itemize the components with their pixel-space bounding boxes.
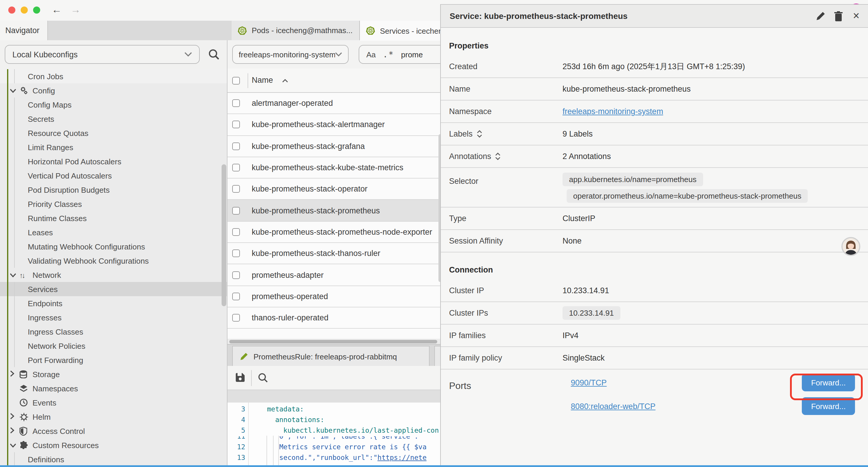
row-checkbox[interactable]: [232, 164, 240, 171]
kubeconfig-selector[interactable]: Local Kubeconfigs: [5, 45, 200, 64]
document-tab[interactable]: Pods - icecheng@mathmas...: [231, 21, 360, 40]
chevron-down-icon[interactable]: [9, 441, 17, 449]
labels-expander-icon[interactable]: [477, 130, 482, 138]
table-row[interactable]: kube-prometheus-stack-operator: [227, 178, 443, 200]
sidebar-item-secrets[interactable]: Secrets: [0, 112, 227, 126]
namespace-selector[interactable]: freeleaps-monitoring-system: [232, 45, 349, 64]
sidebar-item-namespaces[interactable]: Namespaces: [0, 381, 227, 396]
session-affinity-label: Session Affinity: [441, 236, 562, 245]
sidebar-item-helm[interactable]: Helm: [0, 410, 227, 424]
table-row[interactable]: kube-prometheus-stack-grafana: [227, 136, 443, 157]
code-text: kubectl.kubernetes.io/last-applied-con: [259, 425, 439, 436]
editor-toolbar: [227, 366, 443, 390]
properties-heading: Properties: [441, 28, 868, 56]
regex-icon[interactable]: .*: [383, 50, 394, 59]
sidebar-item-resource-quotas[interactable]: Resource Quotas: [0, 126, 227, 140]
row-checkbox[interactable]: [232, 99, 240, 107]
row-checkbox[interactable]: [232, 121, 240, 128]
table-row[interactable]: prometheus-adapter: [227, 265, 443, 286]
row-checkbox[interactable]: [232, 271, 240, 279]
yaml-editor[interactable]: 3 metadata:4 annotations:5 kubectl.kuber…: [227, 403, 443, 465]
row-checkbox[interactable]: [232, 314, 240, 322]
port-link[interactable]: 9090/TCP: [571, 378, 607, 387]
match-case-icon[interactable]: Aa: [366, 50, 376, 59]
sort-asc-icon: [282, 78, 288, 84]
table-row[interactable]: kube-prometheus-stack-prometheus-node-ex…: [227, 222, 443, 243]
sidebar-item-events[interactable]: Events: [0, 396, 227, 410]
sidebar-item-network[interactable]: ↑↓Network: [0, 268, 227, 282]
sidebar-item-mutating-webhook-configurations[interactable]: Mutating Webhook Configurations: [0, 239, 227, 254]
sidebar-item-pod-disruption-budgets[interactable]: Pod Disruption Budgets: [0, 183, 227, 197]
forward-arrow-button[interactable]: →: [68, 3, 83, 17]
sidebar-scrollbar[interactable]: [222, 164, 226, 306]
traffic-light-close[interactable]: [8, 6, 16, 13]
sidebar-search-icon[interactable]: [208, 49, 220, 60]
sidebar-item-validating-webhook-configurations[interactable]: Validating Webhook Configurations: [0, 254, 227, 268]
sidebar-item-priority-classes[interactable]: Priority Classes: [0, 197, 227, 211]
sidebar-item-ingresses[interactable]: Ingresses: [0, 310, 227, 324]
traffic-light-minimize[interactable]: [21, 6, 28, 13]
sidebar-item-ingress-classes[interactable]: Ingress Classes: [0, 324, 227, 339]
table-row[interactable]: thanos-ruler-operated: [227, 308, 443, 329]
row-checkbox[interactable]: [232, 142, 240, 150]
property-row-labels: Labels 9 Labels: [441, 123, 868, 145]
annotations-expander-icon[interactable]: [495, 152, 501, 160]
chevron-right-icon[interactable]: [9, 413, 17, 420]
sidebar-item-limit-ranges[interactable]: Limit Ranges: [0, 140, 227, 154]
save-icon[interactable]: [235, 372, 245, 385]
sidebar-item-config[interactable]: Config: [0, 83, 227, 97]
sidebar-item-config-maps[interactable]: Config Maps: [0, 97, 227, 112]
labels-label: Labels: [449, 129, 473, 138]
user-avatar[interactable]: [841, 237, 860, 256]
sidebar-item-port-forwarding[interactable]: Port Forwarding: [0, 353, 227, 367]
select-all-checkbox[interactable]: [232, 77, 240, 85]
table-row[interactable]: kube-prometheus-stack-prometheus: [227, 200, 443, 222]
name-column-header[interactable]: Name: [252, 76, 273, 85]
row-checkbox[interactable]: [232, 228, 240, 236]
chevron-right-icon[interactable]: [9, 427, 17, 435]
row-checkbox[interactable]: [232, 293, 240, 300]
sidebar-item-custom-resources[interactable]: Custom Resources: [0, 438, 227, 452]
sidebar-item-endpoints[interactable]: Endpoints: [0, 296, 227, 310]
labels-value[interactable]: 9 Labels: [562, 129, 868, 138]
chevron-right-icon[interactable]: [9, 370, 17, 378]
sidebar-item-horizontal-pod-autoscalers[interactable]: Horizontal Pod Autoscalers: [0, 154, 227, 169]
table-row[interactable]: prometheus-operated: [227, 286, 443, 308]
row-checkbox[interactable]: [232, 250, 240, 257]
sidebar-item-cron-jobs[interactable]: Cron Jobs: [0, 69, 227, 83]
sidebar-item-services[interactable]: Services: [0, 282, 227, 296]
close-icon[interactable]: ×: [847, 9, 865, 23]
back-arrow-button[interactable]: ←: [50, 3, 64, 17]
chevron-down-icon[interactable]: [9, 86, 17, 94]
port-link[interactable]: 8080:reloader-web/TCP: [571, 402, 656, 411]
table-hscrollbar[interactable]: [227, 339, 443, 344]
sidebar-item-network-policies[interactable]: Network Policies: [0, 339, 227, 353]
edit-pencil-icon[interactable]: [812, 9, 830, 23]
namespace-label: Namespace: [441, 107, 562, 116]
editor-search-icon[interactable]: [258, 372, 268, 385]
property-row-type: Type ClusterIP: [441, 207, 868, 230]
row-checkbox[interactable]: [232, 185, 240, 193]
table-row[interactable]: alertmanager-operated: [227, 93, 443, 114]
row-checkbox[interactable]: [232, 207, 240, 214]
runbook-url-link[interactable]: https://nete: [378, 453, 427, 461]
created-label: Created: [441, 62, 562, 71]
traffic-light-zoom[interactable]: [33, 6, 40, 13]
table-row[interactable]: kube-prometheus-stack-kube-state-metrics: [227, 157, 443, 179]
tab-navigator[interactable]: Navigator: [0, 21, 48, 40]
sidebar-item-access-control[interactable]: Access Control: [0, 424, 227, 438]
line-number: 11: [229, 436, 245, 441]
table-row[interactable]: kube-prometheus-stack-thanos-ruler: [227, 243, 443, 265]
chevron-down-icon[interactable]: [9, 271, 17, 279]
table-row[interactable]: kube-prometheus-stack-alertmanager: [227, 114, 443, 136]
sidebar-item-leases[interactable]: Leases: [0, 225, 227, 239]
sidebar-item-definitions[interactable]: Definitions: [0, 452, 227, 465]
namespace-link[interactable]: freeleaps-monitoring-system: [562, 107, 663, 116]
sidebar-item-runtime-classes[interactable]: Runtime Classes: [0, 211, 227, 225]
editor-tab-prometheusrule[interactable]: PrometheusRule: freeleaps-prod-rabbitmq: [232, 346, 430, 367]
service-name: prometheus-operated: [252, 292, 441, 301]
annotations-value[interactable]: 2 Annotations: [562, 152, 868, 161]
trash-icon[interactable]: [830, 9, 847, 23]
sidebar-item-storage[interactable]: Storage: [0, 367, 227, 381]
sidebar-item-vertical-pod-autoscalers[interactable]: Vertical Pod Autoscalers: [0, 169, 227, 183]
